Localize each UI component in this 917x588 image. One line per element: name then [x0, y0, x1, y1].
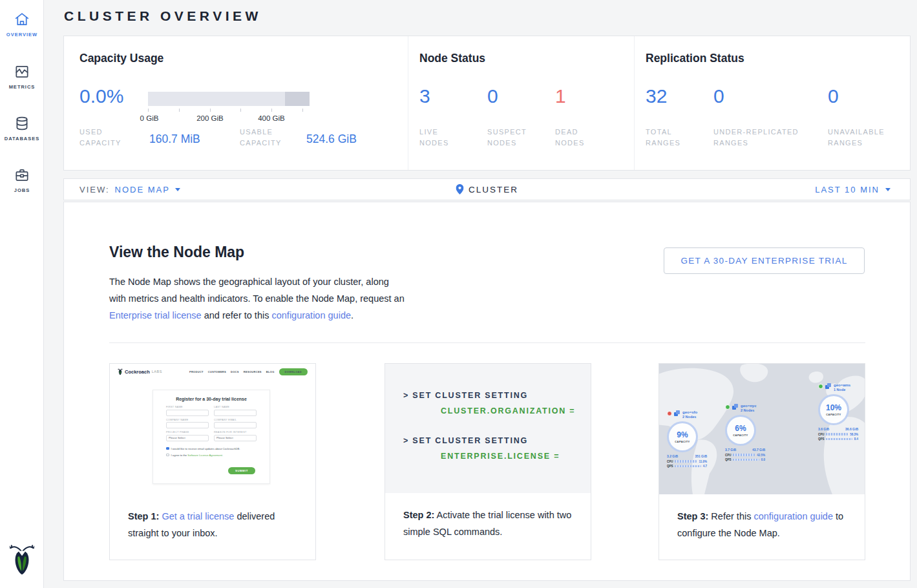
- sidebar-item-jobs[interactable]: JOBS: [0, 167, 44, 193]
- sidebar-item-metrics[interactable]: METRICS: [0, 63, 44, 90]
- sidebar-item-label: DATABASES: [0, 136, 44, 142]
- used-capacity-label: USEDCAPACITY: [79, 127, 121, 149]
- step2-caption: Step 2: Activate the trial license with …: [385, 493, 591, 540]
- configuration-guide-link[interactable]: configuration guide: [754, 511, 833, 521]
- cluster-summary-card: Capacity Usage 0.0% 0 GiB 200 GiB 400 Gi…: [63, 36, 911, 171]
- capacity-bar-reserved-segment: [285, 92, 310, 106]
- briefcase-icon: [14, 167, 30, 184]
- step2-card: > SET CLUSTER SETTING CLUSTER.ORGANIZATI…: [385, 363, 591, 560]
- suspect-nodes-count: 0: [487, 85, 498, 107]
- view-selector-dropdown[interactable]: NODE MAP: [115, 185, 180, 194]
- sidebar-item-overview[interactable]: OVERVIEW: [0, 11, 44, 37]
- register-screenshot: CockroachLABS PRODUCTCUSTOMERSDOCSRESOUR…: [110, 364, 315, 494]
- view-bar: VIEW: NODE MAP CLUSTER LAST 10 MIN: [63, 178, 911, 200]
- live-nodes-count: 3: [419, 85, 430, 107]
- step1-card: CockroachLABS PRODUCTCUSTOMERSDOCSRESOUR…: [109, 363, 316, 560]
- page-title: CLUSTER OVERVIEW: [64, 8, 262, 24]
- node-status-title: Node Status: [419, 52, 485, 65]
- cluster-scope-label: CLUSTER: [469, 185, 518, 194]
- mini-download-button: DOWNLOAD: [279, 368, 308, 375]
- enterprise-trial-license-link[interactable]: Enterprise trial license: [109, 310, 202, 320]
- view-label: VIEW:: [79, 185, 110, 194]
- locality-geo-ams: geo=ams1 Node 10%CAPACITY 3.6 GiB36.6 Gi…: [818, 383, 858, 441]
- sidebar-item-label: JOBS: [0, 187, 44, 193]
- replication-status-title: Replication Status: [646, 52, 744, 65]
- capacity-axis-tick: 200 GiB: [196, 114, 224, 122]
- section-description: The Node Map shows the geographical layo…: [109, 273, 408, 324]
- capacity-axis-tick: 400 GiB: [258, 114, 285, 122]
- metrics-icon: [14, 63, 30, 80]
- status-ok-icon: [818, 384, 823, 389]
- total-ranges-count: 32: [646, 85, 667, 107]
- usable-capacity-value: 524.6 GiB: [306, 132, 357, 146]
- suspect-nodes-label: SUSPECTNODES: [487, 127, 527, 149]
- nodes-cube-icon: [674, 410, 680, 416]
- capacity-bar: [148, 92, 310, 106]
- locality-geo-sfo: geo=sfo2 Nodes 9%CAPACITY 3.2 GiB351 GiB…: [667, 410, 707, 468]
- sidebar-item-label: METRICS: [0, 84, 44, 90]
- unavailable-ranges-label: UNAVAILABLERANGES: [828, 127, 885, 149]
- node-map-preview: geo=sfo2 Nodes 9%CAPACITY 3.2 GiB351 GiB…: [659, 364, 865, 494]
- status-ok-icon: [725, 404, 730, 410]
- mini-cockroach-icon: [118, 368, 123, 375]
- node-map-panel: View the Node Map The Node Map shows the…: [63, 202, 911, 581]
- cockroachdb-logo[interactable]: [0, 544, 44, 579]
- chevron-down-icon: [885, 188, 891, 191]
- section-heading: View the Node Map: [109, 244, 244, 261]
- nodes-cube-icon: [732, 404, 739, 410]
- capacity-axis-tick: 0 GiB: [140, 114, 159, 122]
- step1-caption: Step 1: Get a trial license delivered st…: [110, 494, 315, 541]
- step3-caption: Step 3: Refer this configuration guide t…: [659, 494, 865, 541]
- usable-capacity-label: USABLECAPACITY: [240, 127, 282, 149]
- dead-nodes-count: 1: [555, 85, 566, 107]
- time-range-dropdown[interactable]: LAST 10 MIN: [815, 185, 891, 194]
- database-icon: [14, 115, 30, 132]
- get-trial-license-link[interactable]: Get a trial license: [162, 511, 234, 521]
- nodes-cube-icon: [825, 383, 832, 389]
- under-replicated-ranges-count: 0: [713, 85, 724, 107]
- configuration-guide-link[interactable]: configuration guide: [271, 310, 351, 320]
- step3-card: geo=sfo2 Nodes 9%CAPACITY 3.2 GiB351 GiB…: [659, 363, 865, 560]
- mini-site-nav: PRODUCTCUSTOMERSDOCSRESOURCESBLOG DOWNLO…: [189, 368, 308, 375]
- locality-geo-nyc: geo=nyc2 Nodes 6%CAPACITY 3.7 GiB43.7 Gi…: [725, 404, 765, 461]
- sql-commands-block: > SET CLUSTER SETTING CLUSTER.ORGANIZATI…: [385, 364, 591, 493]
- sidebar-item-label: OVERVIEW: [0, 32, 44, 37]
- mini-register-form: Register for a 30-day trial license FIRS…: [153, 390, 270, 484]
- chevron-down-icon: [175, 188, 180, 191]
- location-pin-icon: [456, 184, 463, 194]
- mini-submit-button: SUBMIT: [228, 467, 255, 474]
- cluster-overview-page: OVERVIEW METRICS DATABASES JOBS: [0, 0, 917, 588]
- total-ranges-label: TOTALRANGES: [646, 127, 680, 149]
- status-error-icon: [667, 411, 672, 416]
- capacity-used-percent: 0.0%: [79, 85, 123, 107]
- under-replicated-ranges-label: UNDER-REPLICATEDRANGES: [713, 127, 799, 149]
- used-capacity-value: 160.7 MiB: [149, 132, 200, 146]
- dead-nodes-label: DEADNODES: [555, 127, 585, 149]
- unavailable-ranges-count: 0: [828, 85, 839, 107]
- sidebar-item-databases[interactable]: DATABASES: [0, 115, 44, 142]
- home-icon: [14, 11, 30, 28]
- live-nodes-label: LIVENODES: [419, 127, 449, 149]
- sidebar: OVERVIEW METRICS DATABASES JOBS: [0, 0, 44, 588]
- capacity-usage-title: Capacity Usage: [79, 52, 163, 65]
- get-enterprise-trial-button[interactable]: GET A 30-DAY ENTERPRISE TRIAL: [664, 247, 865, 274]
- mini-cockroach-brand: CockroachLABS: [118, 368, 162, 375]
